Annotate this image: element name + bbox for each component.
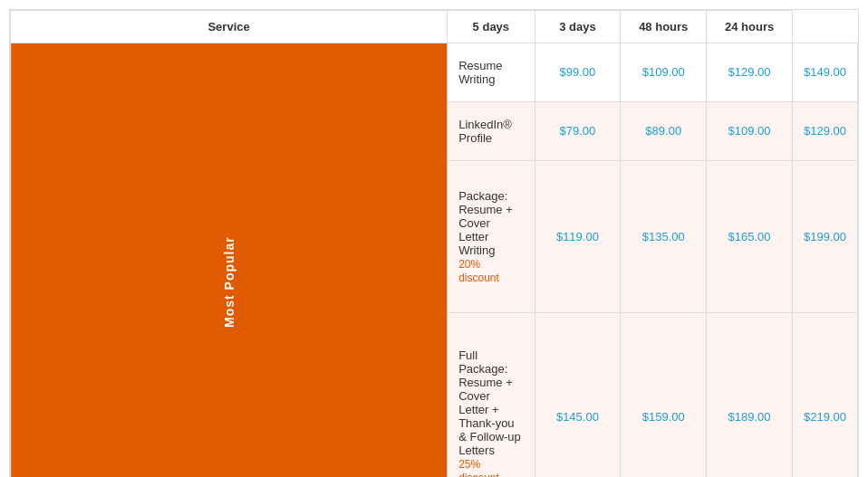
price-col4: $219.00 — [793, 312, 858, 477]
price-col4: $149.00 — [793, 43, 858, 102]
header-5days: 5 days — [448, 11, 535, 43]
header-service: Service — [11, 11, 448, 43]
header-3days: 3 days — [535, 11, 621, 43]
price-col1: $79.00 — [535, 101, 621, 160]
service-name: Resume Writing — [448, 43, 535, 102]
price-col1: $99.00 — [535, 43, 621, 102]
discount-badge: 20% discount — [458, 258, 499, 284]
price-col3: $189.00 — [707, 312, 793, 477]
section-label-text: Most Popular — [11, 43, 447, 477]
most-popular-section: Most Popular — [11, 43, 448, 478]
price-col4: $199.00 — [793, 160, 858, 312]
header-24hours: 24 hours — [707, 11, 793, 43]
price-col4: $129.00 — [793, 101, 858, 160]
pricing-table: Service 5 days 3 days 48 hours 24 hours … — [9, 9, 859, 477]
price-col1: $119.00 — [535, 160, 621, 312]
price-col3: $129.00 — [707, 43, 793, 102]
price-col3: $109.00 — [707, 101, 793, 160]
price-col2: $89.00 — [621, 101, 707, 160]
price-col3: $165.00 — [707, 160, 793, 312]
header-48hours: 48 hours — [621, 11, 707, 43]
service-name: Package: Resume + Cover Letter Writing20… — [448, 160, 535, 312]
price-col2: $109.00 — [621, 43, 707, 102]
service-name: LinkedIn® Profile — [448, 101, 535, 160]
price-col2: $135.00 — [621, 160, 707, 312]
price-col2: $159.00 — [621, 312, 707, 477]
price-col1: $145.00 — [535, 312, 621, 477]
service-name: Full Package: Resume + Cover Letter + Th… — [448, 312, 535, 477]
discount-badge: 25% discount — [458, 458, 499, 477]
table-row: Most PopularResume Writing$99.00$109.00$… — [11, 43, 858, 102]
